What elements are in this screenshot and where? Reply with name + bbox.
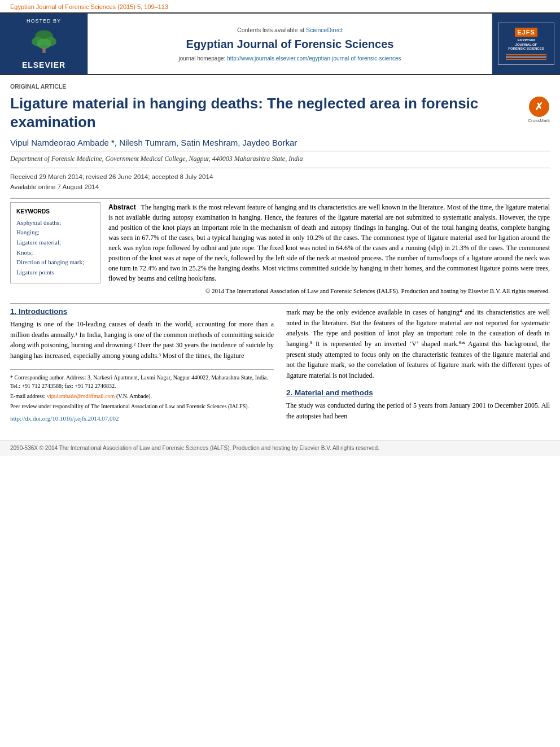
article-type-label: ORIGINAL ARTICLE bbox=[10, 81, 550, 90]
abstract-label: Abstract bbox=[108, 203, 136, 211]
doi-line[interactable]: http://dx.doi.org/10.1016/j.ejfs.2014.07… bbox=[10, 414, 274, 423]
authors-line: Vipul Namdeorao Ambade *, Nilesh Tumram,… bbox=[10, 138, 550, 147]
keyword-item: Hanging; bbox=[16, 228, 94, 238]
email-line: E-mail address: vipulambade@rediffmail.c… bbox=[10, 392, 274, 400]
methods-section: 2. Material and methods The study was co… bbox=[286, 388, 550, 421]
intro-section: 1. Introductions Hanging is one of the 1… bbox=[10, 307, 274, 361]
methods-heading: 2. Material and methods bbox=[286, 388, 550, 397]
journal-badge: EJFS EGYPTIANJOURNAL OFFORENSIC SCIENCES bbox=[498, 23, 554, 65]
journal-badge-area: EJFS EGYPTIANJOURNAL OFFORENSIC SCIENCES bbox=[492, 14, 560, 74]
body-left: 1. Introductions Hanging is one of the 1… bbox=[10, 307, 274, 429]
divider-3 bbox=[10, 198, 550, 199]
crossmark-icon: ✗ bbox=[529, 97, 549, 117]
abstract-body: The hanging mark is the most relevant fe… bbox=[108, 203, 550, 282]
date-line-1: Received 29 March 2014; revised 26 June … bbox=[10, 172, 550, 182]
divider-1 bbox=[10, 151, 550, 151]
publisher-logo: HOSTED BY ELSEVIER bbox=[0, 14, 88, 74]
svg-point-4 bbox=[37, 38, 51, 49]
corresponding-note: * Corresponding author. Address: 3, Nark… bbox=[10, 373, 274, 390]
crossmark-badge[interactable]: ✗ CrossMark bbox=[528, 97, 550, 123]
svg-rect-5 bbox=[42, 48, 46, 53]
elsevier-logo: ELSEVIER bbox=[22, 27, 65, 69]
keyword-item: Ligature material; bbox=[16, 238, 94, 248]
copyright-line: © 2014 The International Association of … bbox=[108, 287, 550, 295]
intro-left-text: Hanging is one of the 10-leading causes … bbox=[10, 319, 274, 361]
badge-title-text: EGYPTIANJOURNAL OFFORENSIC SCIENCES bbox=[508, 38, 544, 51]
crossmark-label: CrossMark bbox=[528, 118, 550, 123]
sciencedirect-line: Contents lists available at ScienceDirec… bbox=[237, 27, 343, 33]
homepage-line: journal homepage: http://www.journals.el… bbox=[178, 55, 401, 62]
hosted-by-label: HOSTED BY bbox=[27, 18, 61, 24]
keyword-item: Asphyxial deaths; bbox=[16, 218, 94, 228]
divider-4 bbox=[10, 303, 550, 304]
journal-title: Egyptian Journal of Forensic Sciences bbox=[186, 38, 394, 51]
peer-review-note: Peer review under responsibility of The … bbox=[10, 402, 274, 410]
intro-right-section: mark may be the only evidence available … bbox=[286, 307, 550, 381]
article-title-section: Ligature material in hanging deaths: The… bbox=[10, 94, 550, 131]
email-link[interactable]: vipulambade@rediffmail.com bbox=[47, 393, 115, 399]
keyword-item: Direction of hanging mark; bbox=[16, 257, 94, 268]
body-content: 1. Introductions Hanging is one of the 1… bbox=[10, 307, 550, 429]
journal-center-header: Contents lists available at ScienceDirec… bbox=[88, 14, 492, 74]
keyword-item: Ligature points bbox=[16, 268, 94, 278]
footnotes: * Corresponding author. Address: 3, Nark… bbox=[10, 369, 274, 423]
sciencedirect-link[interactable]: ScienceDirect bbox=[306, 27, 343, 33]
homepage-url[interactable]: http://www.journals.elsevier.com/egyptia… bbox=[227, 55, 401, 62]
article-content: ORIGINAL ARTICLE Ligature material in ha… bbox=[0, 75, 560, 435]
keywords-title: KEYWORDS bbox=[16, 208, 94, 215]
badge-decoration bbox=[506, 54, 546, 60]
keywords-list: Asphyxial deaths;Hanging;Ligature materi… bbox=[16, 218, 94, 278]
keyword-item: Knots; bbox=[16, 248, 94, 258]
methods-text: The study was conducted during the perio… bbox=[286, 400, 550, 421]
abstract-text: Abstract The hanging mark is the most re… bbox=[108, 202, 550, 283]
date-line-2: Available online 7 August 2014 bbox=[10, 182, 550, 192]
keywords-abstract-section: KEYWORDS Asphyxial deaths;Hanging;Ligatu… bbox=[10, 202, 550, 295]
dates: Received 29 March 2014; revised 26 June … bbox=[10, 172, 550, 193]
keywords-column: KEYWORDS Asphyxial deaths;Hanging;Ligatu… bbox=[10, 202, 100, 295]
divider-2 bbox=[10, 168, 550, 168]
body-right: mark may be the only evidence available … bbox=[286, 307, 550, 429]
article-title: Ligature material in hanging deaths: The… bbox=[10, 94, 522, 131]
intro-right-text: mark may be the only evidence available … bbox=[286, 307, 550, 381]
elsevier-text: ELSEVIER bbox=[22, 60, 65, 69]
keywords-box: KEYWORDS Asphyxial deaths;Hanging;Ligatu… bbox=[10, 202, 100, 284]
journal-citation: Egyptian Journal of Forensic Sciences (2… bbox=[0, 0, 560, 12]
affiliation: Department of Forensic Medicine, Governm… bbox=[10, 155, 550, 163]
abstract-column: Abstract The hanging mark is the most re… bbox=[108, 202, 550, 295]
bottom-bar: 2090-536X © 2014 The International Assoc… bbox=[0, 440, 560, 456]
elsevier-tree-icon bbox=[27, 27, 61, 58]
intro-heading: 1. Introductions bbox=[10, 307, 274, 316]
journal-header: HOSTED BY ELSEVIER Contents lists availa… bbox=[0, 12, 560, 75]
